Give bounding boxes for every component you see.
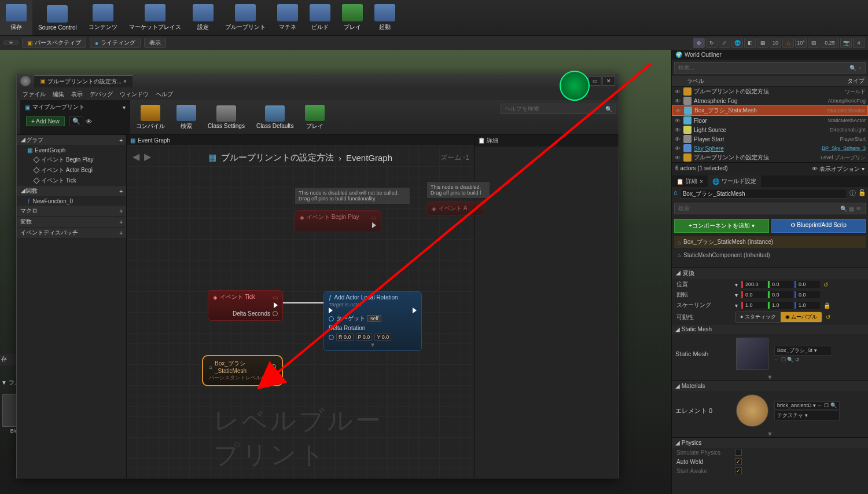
- texture-dropdown[interactable]: テクスチャ ▾: [774, 411, 840, 420]
- simulate-physics-checkbox[interactable]: [735, 449, 742, 456]
- tool-blueprint[interactable]: ブループリント: [219, 0, 271, 35]
- materials-section[interactable]: ◢ Materials: [672, 380, 868, 391]
- blueprint-add-script-button[interactable]: ⚙ Blueprint/Add Scrip: [771, 219, 866, 233]
- bp-titlebar[interactable]: ▣ ブループリンントの設定方... × — ▭ ✕: [17, 74, 619, 89]
- viewport-dropdown[interactable]: [3, 41, 19, 45]
- snap-rot[interactable]: 10°: [795, 38, 807, 48]
- cat-var[interactable]: 変数+: [17, 217, 126, 228]
- menu-view[interactable]: 表示: [71, 90, 83, 98]
- menu-edit[interactable]: 編集: [53, 90, 64, 98]
- bp-details-tab[interactable]: 📋 詳細: [475, 135, 619, 147]
- mesh-dropdown[interactable]: Box_ブラシ_St ▾: [774, 346, 832, 356]
- class-defaults-button[interactable]: Class Defaults: [251, 103, 299, 131]
- newfunction-item[interactable]: ƒNewFunction_0: [17, 197, 126, 206]
- node-actor[interactable]: ◈イベント A: [426, 202, 484, 215]
- event-actorbegin-item[interactable]: イベント Actor Begi: [17, 165, 126, 175]
- outliner-row[interactable]: 👁Sky SphereBP_Sky_Sphere_3: [672, 144, 868, 153]
- cat-graph[interactable]: ◢グラフ+: [17, 135, 126, 146]
- event-graph[interactable]: ▦Event Graph ◀▶ ▦ ブループリンントの設定方法 › EventG…: [127, 135, 474, 478]
- save-btn-fragment[interactable]: 存: [0, 354, 16, 365]
- search-icon[interactable]: 🔍: [69, 116, 83, 126]
- scale-icon[interactable]: ⤢: [719, 38, 730, 48]
- outliner-row[interactable]: 👁Atmospheric FogAtmosphericFog: [672, 96, 868, 105]
- world-outliner-tab[interactable]: 🌍World Outliner: [672, 50, 868, 60]
- outliner-row[interactable]: 👁FloorStaticMeshActor: [672, 116, 868, 125]
- material-dropdown[interactable]: brick_ancientD ▾ ← ☐ 🔍: [774, 401, 840, 409]
- world-settings-tab[interactable]: 🌐 ワールド設定: [708, 175, 761, 187]
- lock-scale-icon[interactable]: 🔒: [823, 302, 830, 309]
- transform-icon[interactable]: ⊕: [693, 38, 705, 48]
- auto-weld-checkbox[interactable]: [735, 458, 742, 465]
- tool-content[interactable]: コンテンツ: [83, 0, 123, 35]
- tool-build[interactable]: ビルド: [304, 0, 336, 35]
- details-search[interactable]: 検索🔍 ▦ 👁: [674, 203, 866, 214]
- add-new-button[interactable]: + Add New: [26, 116, 65, 126]
- maximize-button[interactable]: ▭: [589, 76, 601, 86]
- outliner-row[interactable]: 👁Box_ブラシ_StaticMeshStaticMeshActor: [672, 105, 868, 116]
- view-options[interactable]: 👁 表示オプション ▾: [812, 165, 865, 173]
- outliner-row[interactable]: 👁Player StartPlayerStart: [672, 134, 868, 144]
- lock-icon[interactable]: 🔓: [858, 189, 866, 199]
- node-tick[interactable]: ◈イベント Tick▭ Delta Seconds: [208, 290, 283, 321]
- play-button[interactable]: プレイ: [299, 103, 330, 133]
- outliner-row[interactable]: 👁ブループリンントの設定方法ワールド: [672, 87, 868, 96]
- actor-name-input[interactable]: [680, 189, 847, 199]
- show-dropdown[interactable]: 表示: [144, 38, 166, 48]
- reset-icon[interactable]: ↺: [823, 281, 828, 288]
- component-row[interactable]: ⌂StaticMeshComponent (Inherited): [674, 250, 866, 260]
- staticmesh-section[interactable]: ◢ Static Mesh: [672, 324, 868, 334]
- tool-launch[interactable]: 起動: [369, 0, 401, 35]
- eventgraph-item[interactable]: ▦EventGraph: [17, 146, 126, 155]
- instance-row[interactable]: ⌂Box_ブラシ_StaticMesh (Instance): [674, 236, 866, 248]
- cat-macro[interactable]: マクロ+: [17, 206, 126, 217]
- cat-function[interactable]: ◢関数+: [17, 186, 126, 197]
- info-icon[interactable]: ⓘ: [849, 189, 856, 199]
- menu-debug[interactable]: デバッグ: [90, 90, 113, 98]
- surface-icon[interactable]: ◧: [744, 38, 756, 48]
- camera-icon[interactable]: 📷: [840, 38, 852, 48]
- search-button[interactable]: 検索: [171, 103, 202, 133]
- close-button[interactable]: ✕: [602, 76, 615, 86]
- mobility-toggle[interactable]: ● スタティック ◉ ムーバブル: [735, 312, 822, 323]
- outliner-search[interactable]: 検索...🔍 +: [674, 62, 866, 74]
- add-component-button[interactable]: +コンポーネントを追加 ▾: [674, 219, 769, 233]
- perspective-dropdown[interactable]: ▣パースペクティブ: [22, 38, 86, 48]
- outliner-row[interactable]: 👁ブループリンントの設定方法Level ブループリン: [672, 153, 868, 162]
- tool-marketplace[interactable]: マーケットプレイス: [123, 0, 187, 35]
- class-settings-button[interactable]: Class Settings: [202, 103, 251, 131]
- tool-settings[interactable]: 設定: [187, 0, 219, 35]
- globe-icon[interactable]: 🌐: [731, 38, 743, 48]
- bp-title-tab[interactable]: ▣ ブループリンントの設定方... ×: [34, 75, 133, 87]
- reset-icon[interactable]: ↺: [826, 314, 830, 320]
- rotate-icon[interactable]: ↻: [706, 38, 718, 48]
- physics-section[interactable]: ◢ Physics: [672, 437, 868, 448]
- event-tick-item[interactable]: イベント Tick: [17, 175, 126, 186]
- tool-source-control[interactable]: Source Control: [32, 0, 83, 35]
- details-tab[interactable]: 📋 詳細 ×: [672, 175, 708, 187]
- grid-icon[interactable]: ▦: [757, 38, 768, 48]
- snap-scale[interactable]: 0.25: [821, 38, 839, 48]
- event-beginplay-item[interactable]: イベント Begin Play: [17, 155, 126, 165]
- transform-section[interactable]: ◢ 変換: [672, 267, 868, 279]
- help-search-input[interactable]: ヘルプを検索🔍: [501, 104, 616, 114]
- node-beginplay[interactable]: ◈イベント Begin Play▭: [295, 210, 381, 232]
- menu-window[interactable]: ウィンドウ: [120, 90, 149, 98]
- cat-dispatcher[interactable]: イベントディスパッチ+: [17, 228, 126, 239]
- graph-tab[interactable]: ▦Event Graph: [127, 135, 474, 145]
- level-viewport[interactable]: 存 ▼ フ... Bluep... ▣ ブループリンントの設定方... × — …: [0, 50, 671, 494]
- start-awake-checkbox[interactable]: [735, 467, 742, 474]
- snap-pos[interactable]: 10: [770, 38, 781, 48]
- node-actor-reference[interactable]: ⌂Box_ブラシ_StaticMesh パーシスタントレベルから: [202, 355, 283, 386]
- node-add-rotation[interactable]: ƒAdd Actor Local Rotation Target is Acto…: [323, 291, 422, 351]
- tool-play[interactable]: プレイ: [336, 0, 369, 35]
- mesh-thumbnail[interactable]: [736, 338, 768, 370]
- menu-help[interactable]: ヘルプ: [156, 90, 173, 98]
- outliner-row[interactable]: 👁Light SourceDirectionalLight: [672, 125, 868, 134]
- material-thumbnail[interactable]: [736, 394, 768, 427]
- compile-button[interactable]: コンパイル: [130, 103, 171, 133]
- scale-snap-icon[interactable]: ▨: [808, 38, 819, 48]
- angle-icon[interactable]: △: [782, 38, 794, 48]
- tool-save[interactable]: 保存: [0, 0, 32, 35]
- tool-matinee[interactable]: マチネ: [271, 0, 304, 35]
- cam-speed[interactable]: 4: [853, 38, 865, 48]
